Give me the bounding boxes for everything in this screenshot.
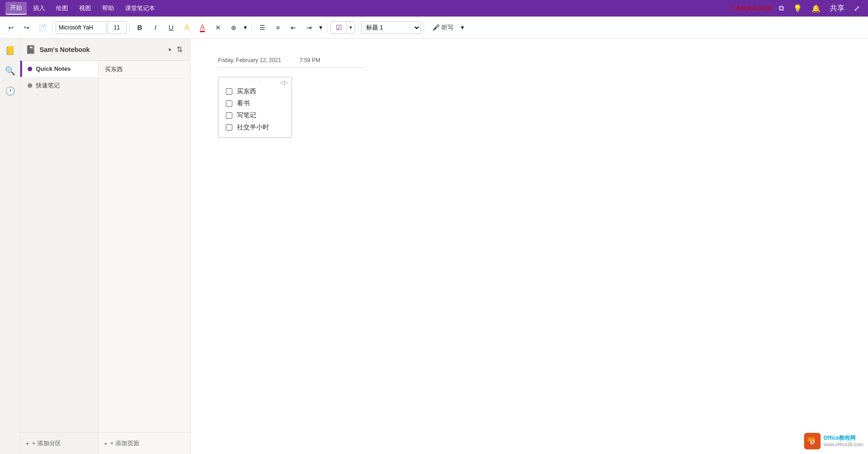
- dictate-area: 🎤 听写 ▾: [429, 22, 466, 34]
- lightbulb-icon[interactable]: 💡: [790, 3, 805, 14]
- font-name-input[interactable]: [56, 21, 106, 34]
- checkbox-toolbar-button[interactable]: ☑: [331, 22, 346, 34]
- separator-1: [52, 22, 53, 33]
- maximize-button[interactable]: ⤢: [851, 3, 862, 14]
- bullet-list-button[interactable]: ☰: [255, 20, 270, 35]
- checklist-text-3: 社交半小时: [237, 123, 269, 132]
- add-section-label: + 添加分区: [32, 439, 61, 448]
- add-page-button[interactable]: + + 添加页面: [104, 437, 139, 449]
- checkbox-toolbar-widget: ☑ ▾: [330, 21, 355, 34]
- add-page-label: + 添加页面: [110, 439, 139, 448]
- font-color-button[interactable]: A: [195, 20, 210, 35]
- numbered-list-button[interactable]: ≡: [270, 20, 285, 35]
- watermark-text: Office教程网 www.office26.com: [823, 435, 863, 448]
- recent-icon-btn[interactable]: 🕐: [2, 83, 18, 99]
- checklist-text-1: 看书: [237, 99, 250, 108]
- separator-3: [252, 22, 252, 33]
- section-item-kuaisu[interactable]: 快速笔记: [20, 77, 98, 94]
- dictate-dropdown[interactable]: ▾: [459, 23, 466, 32]
- sections-bottom: + + 添加分区: [20, 432, 98, 454]
- watermark-url: www.office26.com: [823, 442, 863, 448]
- checkbox-toolbar-dropdown[interactable]: ▾: [346, 22, 355, 34]
- menu-insert[interactable]: 插入: [29, 2, 50, 14]
- checkbox-0[interactable]: [226, 88, 232, 95]
- italic-button[interactable]: I: [148, 20, 163, 35]
- dictate-label: 听写: [442, 23, 454, 32]
- list-dropdown[interactable]: ▾: [317, 23, 324, 32]
- watermark: o 365 Office教程网 www.office26.com: [804, 433, 863, 449]
- toolbar: ↩ ↪ 📄 B I U A A ✕ ⊕ ▾ ☰ ≡ ⇤ ⇥ ▾ ☑ ▾ 标题 1…: [0, 17, 868, 39]
- note-container[interactable]: · · · ◁▷ 买东西 看书 写笔记 社交半小时: [218, 77, 292, 138]
- search-icon: 🔍: [5, 66, 15, 76]
- checkbox-3[interactable]: [226, 124, 232, 131]
- menu-view[interactable]: 视图: [75, 2, 96, 14]
- font-size-input[interactable]: [107, 21, 126, 34]
- checkbox-2[interactable]: [226, 112, 232, 119]
- checklist-item-0: 买东西: [226, 87, 284, 96]
- add-page-icon: +: [104, 440, 108, 447]
- search-icon-btn[interactable]: 🔍: [2, 63, 18, 79]
- share-button[interactable]: 共享: [827, 3, 847, 14]
- checklist-text-2: 写笔记: [237, 111, 256, 120]
- eraser-button[interactable]: ✕: [211, 20, 225, 35]
- indent-dec-button[interactable]: ⇤: [286, 20, 301, 35]
- page-button[interactable]: 📄: [35, 20, 50, 35]
- undo-button[interactable]: ↩: [4, 20, 18, 35]
- section-item-quicknotes[interactable]: Quick Notes: [20, 61, 98, 77]
- section-dot-gray: [28, 83, 32, 88]
- menu-classroom[interactable]: 课堂笔记本: [121, 2, 160, 14]
- separator-5: [358, 22, 358, 33]
- menu-bar: 开始 插入 绘图 视图 帮助 课堂笔记本 已离线保存(错误) ⧉ 💡 🔔 共享 …: [0, 0, 868, 17]
- format-dropdown[interactable]: ▾: [242, 23, 249, 32]
- sections-column: Quick Notes 快速笔记 + + 添加分区: [20, 61, 98, 454]
- notebook-icon: 📓: [26, 45, 36, 55]
- resize-handle[interactable]: ◁▷: [280, 79, 288, 86]
- notebook-panel-icon: 📒: [5, 46, 15, 56]
- checklist-text-0: 买东西: [237, 87, 256, 96]
- menu-draw[interactable]: 绘图: [52, 2, 73, 14]
- sections-pages: Quick Notes 快速笔记 + + 添加分区 买东西: [20, 61, 190, 454]
- note-time: 7:59 PM: [299, 57, 320, 63]
- window-icon[interactable]: ⧉: [776, 3, 787, 13]
- notebook-dropdown-arrow[interactable]: ▾: [168, 46, 171, 53]
- menu-help[interactable]: 帮助: [98, 2, 119, 14]
- section-quicknotes-label: Quick Notes: [36, 65, 71, 72]
- content-area[interactable]: Friday, February 12, 2021 7:59 PM · · · …: [190, 39, 868, 454]
- bold-button[interactable]: B: [132, 20, 147, 35]
- app-body: 📒 🔍 🕐 📓 Sam's Notebook ▾ ⇅ Quick Notes: [0, 39, 868, 454]
- checkbox-1[interactable]: [226, 100, 232, 107]
- highlight-button[interactable]: A: [179, 20, 194, 35]
- indent-inc-button[interactable]: ⇥: [302, 20, 316, 35]
- recent-icon: 🕐: [5, 86, 15, 96]
- menu-right-area: 已离线保存(错误) ⧉ 💡 🔔 共享 ⤢: [730, 3, 862, 14]
- save-status: 已离线保存(错误): [730, 5, 772, 12]
- separator-4: [327, 22, 328, 33]
- watermark-site-name: Office教程网: [823, 435, 863, 442]
- pages-bottom: + + 添加页面: [98, 432, 190, 454]
- checklist-item-1: 看书: [226, 99, 284, 108]
- bell-icon[interactable]: 🔔: [809, 3, 823, 14]
- heading-selector[interactable]: 标题 1标题 2标题 3正文: [361, 21, 421, 34]
- separator-2: [129, 22, 130, 33]
- separator-6: [424, 22, 424, 33]
- section-kuaisu-label: 快速笔记: [36, 81, 60, 90]
- sort-button[interactable]: ⇅: [175, 43, 184, 56]
- checklist-item-2: 写笔记: [226, 111, 284, 120]
- notebook-icon-btn[interactable]: 📒: [2, 42, 18, 59]
- checklist-item-3: 社交半小时: [226, 123, 284, 132]
- underline-button[interactable]: U: [164, 20, 178, 35]
- redo-button[interactable]: ↪: [19, 20, 34, 35]
- dictate-button[interactable]: 🎤 听写: [429, 22, 457, 34]
- section-dot-purple: [28, 67, 32, 71]
- format-button[interactable]: ⊕: [226, 20, 241, 35]
- drag-handle[interactable]: · · ·: [249, 79, 260, 84]
- note-datetime: Friday, February 12, 2021 7:59 PM: [218, 57, 365, 68]
- page-maodongxi-label: 买东西: [105, 66, 123, 73]
- notebook-name[interactable]: Sam's Notebook: [40, 46, 165, 53]
- page-item-maodongxi[interactable]: 买东西: [98, 61, 190, 79]
- watermark-icon: o 365: [804, 433, 821, 449]
- add-section-button[interactable]: + + 添加分区: [26, 437, 61, 449]
- note-date: Friday, February 12, 2021: [218, 57, 281, 63]
- menu-home[interactable]: 开始: [6, 2, 27, 15]
- notebook-panel: 📓 Sam's Notebook ▾ ⇅ Quick Notes 快速笔记 +: [20, 39, 190, 454]
